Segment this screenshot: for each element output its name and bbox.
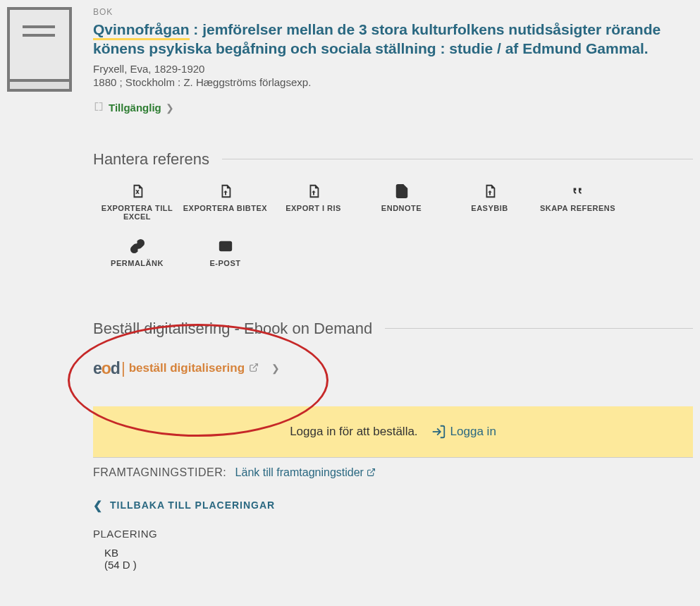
- item-publication: 1880 ; Stockholm : Z. Hæggströms förlags…: [93, 76, 693, 88]
- actions-row: EXPORTERA TILL EXCELEXPORTERA BIBTEXEXPO…: [93, 183, 693, 284]
- eod-divider: |: [121, 359, 125, 377]
- svg-rect-1: [8, 80, 70, 90]
- quote-icon: [570, 183, 586, 200]
- action-create-ref[interactable]: SKAPA REFERENS: [534, 183, 622, 221]
- title-highlight: Qvinnofrågan: [93, 21, 190, 40]
- file-export-icon: [482, 183, 498, 200]
- framtagning-line: FRAMTAGNINGSTIDER: Länk till framtagning…: [93, 466, 693, 479]
- action-export-ris[interactable]: EXPORT I RIS: [269, 183, 357, 221]
- section-title-manage-ref: Hantera referens: [93, 150, 693, 169]
- svg-rect-0: [8, 8, 70, 90]
- excel-icon: [130, 183, 145, 200]
- action-label: ENDNOTE: [381, 204, 422, 212]
- placement-library: KB: [104, 547, 693, 559]
- external-link-icon: [249, 363, 259, 375]
- login-button[interactable]: Logga in: [431, 424, 496, 440]
- book-thumbnail: [7, 7, 72, 92]
- availability-link[interactable]: Tillgänglig ❯: [93, 101, 174, 115]
- framtagning-label: FRAMTAGNINGSTIDER:: [93, 466, 226, 478]
- chevron-right-icon: ❯: [271, 363, 280, 374]
- link-icon: [130, 238, 145, 255]
- action-label: EASYBIB: [471, 204, 508, 212]
- action-easybib[interactable]: EASYBIB: [446, 183, 534, 221]
- chevron-left-icon: ❮: [93, 499, 103, 512]
- item-title[interactable]: Qvinnofrågan : jemförelser mellan de 3 s…: [93, 20, 693, 59]
- back-to-placements-link[interactable]: ❮ TILLBAKA TILL PLACERINGAR: [93, 499, 275, 512]
- placement-label: PLACERING: [93, 528, 693, 540]
- file-export-icon: [306, 183, 321, 200]
- placement-callno: (54 D ): [104, 559, 693, 571]
- action-permalink[interactable]: PERMALÄNK: [93, 238, 181, 267]
- eod-logo: eod: [93, 359, 120, 378]
- eod-order-link[interactable]: eod | beställ digitalisering ❯: [93, 359, 280, 378]
- login-banner: Logga in för att beställa. Logga in: [93, 406, 693, 458]
- book-icon: [93, 101, 104, 115]
- section-title-eod: Beställ digitalisering - Ebook on Demand: [93, 320, 693, 338]
- action-label: PERMALÄNK: [111, 259, 164, 267]
- eod-text: beställ digitalisering: [129, 361, 245, 375]
- framtagning-link[interactable]: Länk till framtagningstider: [235, 466, 376, 478]
- item-author: Fryxell, Eva, 1829-1920: [93, 63, 693, 75]
- action-export-bibtex[interactable]: EXPORTERA BIBTEX: [181, 183, 269, 221]
- svg-line-5: [253, 363, 257, 368]
- login-message: Logga in för att beställa.: [290, 425, 417, 439]
- svg-line-7: [371, 468, 375, 473]
- action-label: EXPORTERA TILL EXCEL: [93, 204, 181, 221]
- action-label: E-POST: [210, 259, 241, 267]
- action-endnote[interactable]: ENDNOTE: [357, 183, 446, 221]
- external-link-icon: [367, 468, 376, 477]
- action-label: EXPORTERA BIBTEX: [183, 204, 267, 212]
- mail-icon: [218, 238, 233, 255]
- action-label: EXPORT I RIS: [285, 204, 341, 212]
- item-type-label: BOK: [93, 7, 693, 17]
- availability-text: Tillgänglig: [109, 102, 161, 114]
- login-icon: [431, 424, 446, 440]
- action-export-excel[interactable]: EXPORTERA TILL EXCEL: [93, 183, 181, 221]
- chevron-right-icon: ❯: [166, 102, 174, 114]
- file-export-icon: [218, 183, 233, 200]
- action-email[interactable]: E-POST: [181, 238, 269, 267]
- action-label: SKAPA REFERENS: [540, 204, 615, 212]
- file-icon: [394, 183, 410, 200]
